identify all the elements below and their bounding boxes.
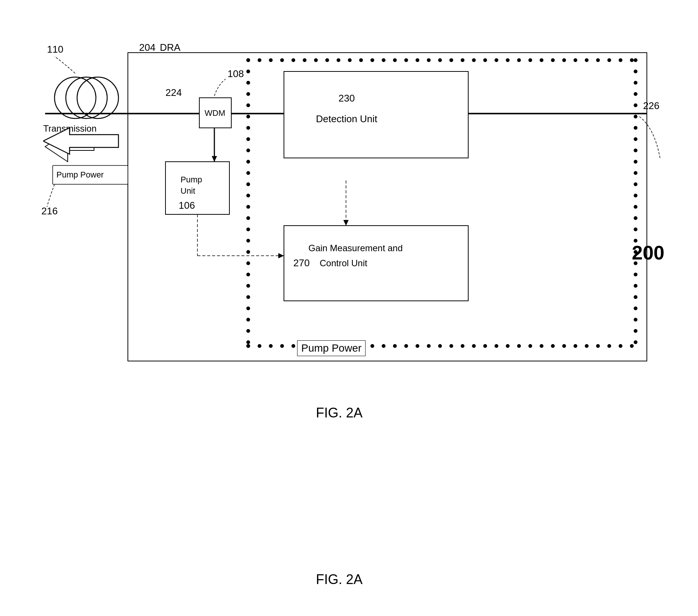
svg-text:226: 226 bbox=[643, 100, 659, 111]
svg-point-118 bbox=[634, 284, 637, 288]
svg-point-25 bbox=[517, 58, 521, 62]
svg-point-8 bbox=[325, 58, 329, 62]
svg-text:108: 108 bbox=[228, 68, 244, 79]
svg-point-17 bbox=[427, 58, 431, 62]
svg-point-47 bbox=[370, 344, 374, 348]
svg-point-33 bbox=[607, 58, 611, 62]
svg-point-15 bbox=[404, 58, 408, 62]
svg-point-93 bbox=[246, 306, 250, 310]
svg-point-22 bbox=[483, 58, 487, 62]
svg-point-72 bbox=[246, 70, 250, 73]
svg-point-120 bbox=[634, 306, 637, 310]
svg-point-110 bbox=[634, 194, 637, 197]
svg-point-55 bbox=[461, 344, 464, 348]
svg-point-112 bbox=[634, 216, 637, 220]
svg-point-71 bbox=[246, 58, 250, 62]
detection-number: 230 bbox=[338, 93, 355, 104]
svg-point-53 bbox=[438, 344, 442, 348]
svg-point-74 bbox=[246, 92, 250, 96]
svg-point-31 bbox=[585, 58, 589, 62]
svg-point-105 bbox=[634, 137, 637, 141]
gain-number: 270 bbox=[293, 257, 310, 269]
svg-point-34 bbox=[619, 58, 622, 62]
svg-point-4 bbox=[280, 58, 284, 62]
svg-marker-137 bbox=[212, 156, 217, 162]
svg-point-117 bbox=[634, 273, 637, 276]
svg-marker-140 bbox=[278, 253, 284, 258]
svg-point-40 bbox=[291, 344, 295, 348]
svg-point-70 bbox=[630, 344, 634, 348]
svg-rect-135 bbox=[165, 162, 229, 214]
svg-point-23 bbox=[495, 58, 498, 62]
svg-point-54 bbox=[449, 344, 453, 348]
svg-point-60 bbox=[517, 344, 521, 348]
svg-point-92 bbox=[246, 295, 250, 299]
fig-caption: FIG. 2A bbox=[316, 405, 363, 420]
svg-point-88 bbox=[246, 250, 250, 254]
svg-text:224: 224 bbox=[165, 87, 182, 98]
svg-point-19 bbox=[449, 58, 453, 62]
svg-point-39 bbox=[280, 344, 284, 348]
svg-point-59 bbox=[506, 344, 510, 348]
svg-point-121 bbox=[634, 318, 637, 322]
svg-point-28 bbox=[551, 58, 555, 62]
svg-point-111 bbox=[634, 205, 637, 209]
svg-point-52 bbox=[427, 344, 431, 348]
svg-point-80 bbox=[246, 160, 250, 164]
svg-point-103 bbox=[634, 115, 637, 118]
pump-label: Pump bbox=[181, 175, 202, 184]
svg-point-29 bbox=[562, 58, 566, 62]
gain-label2: Control Unit bbox=[320, 258, 367, 268]
svg-point-56 bbox=[472, 344, 476, 348]
svg-point-79 bbox=[246, 149, 250, 152]
svg-point-35 bbox=[630, 58, 634, 62]
svg-point-96 bbox=[246, 340, 250, 344]
pump-power-label: Pump Power bbox=[56, 170, 104, 179]
svg-point-108 bbox=[634, 171, 637, 175]
svg-point-122 bbox=[634, 329, 637, 333]
dra-label: DRA bbox=[160, 42, 181, 53]
svg-rect-144 bbox=[284, 226, 468, 301]
svg-point-91 bbox=[246, 284, 250, 288]
svg-point-100 bbox=[634, 81, 637, 85]
svg-point-67 bbox=[596, 344, 600, 348]
svg-point-101 bbox=[634, 92, 637, 96]
svg-point-51 bbox=[416, 344, 419, 348]
pump-label2: Unit bbox=[181, 186, 195, 196]
svg-point-126 bbox=[66, 77, 107, 118]
svg-point-24 bbox=[506, 58, 510, 62]
svg-point-104 bbox=[634, 126, 637, 130]
svg-point-99 bbox=[634, 70, 637, 73]
svg-point-18 bbox=[438, 58, 442, 62]
svg-point-94 bbox=[246, 318, 250, 322]
svg-point-10 bbox=[348, 58, 352, 62]
svg-point-86 bbox=[246, 228, 250, 231]
svg-point-76 bbox=[246, 115, 250, 118]
detection-label: Detection Unit bbox=[316, 113, 378, 124]
svg-point-11 bbox=[359, 58, 363, 62]
pump-power-arrow bbox=[43, 124, 130, 159]
svg-point-127 bbox=[77, 77, 118, 118]
svg-point-82 bbox=[246, 182, 250, 186]
svg-point-85 bbox=[246, 216, 250, 220]
wdm-label: WDM bbox=[205, 108, 225, 118]
svg-point-50 bbox=[404, 344, 408, 348]
diagram-svg: 110 Transmission Fiber Pump Power 216 WD… bbox=[23, 23, 675, 549]
svg-marker-146 bbox=[43, 128, 118, 154]
svg-point-69 bbox=[619, 344, 622, 348]
svg-point-87 bbox=[246, 239, 250, 243]
svg-point-113 bbox=[634, 228, 637, 231]
svg-point-62 bbox=[540, 344, 543, 348]
svg-point-27 bbox=[540, 58, 543, 62]
svg-point-83 bbox=[246, 194, 250, 197]
svg-point-14 bbox=[393, 58, 397, 62]
svg-point-2 bbox=[258, 58, 261, 62]
svg-point-38 bbox=[269, 344, 273, 348]
dra-number: 204 bbox=[139, 42, 155, 53]
fig-caption-label: FIG. 2A bbox=[316, 572, 363, 587]
diagram-container: 110 Transmission Fiber Pump Power 216 WD… bbox=[23, 23, 675, 549]
svg-text:110: 110 bbox=[47, 44, 63, 55]
svg-point-16 bbox=[416, 58, 419, 62]
svg-point-30 bbox=[574, 58, 577, 62]
svg-point-49 bbox=[393, 344, 397, 348]
